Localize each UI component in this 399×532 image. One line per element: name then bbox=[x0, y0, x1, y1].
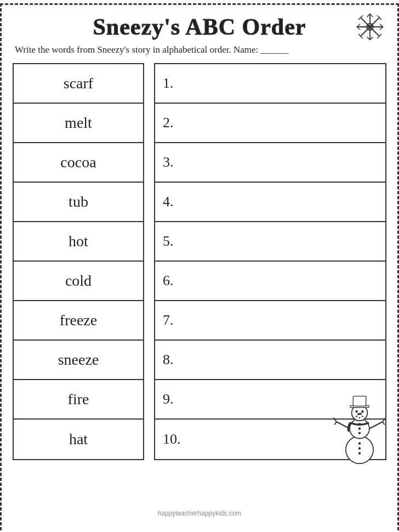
answer-cell-4[interactable]: 4. bbox=[155, 183, 385, 222]
svg-point-23 bbox=[369, 28, 371, 30]
svg-line-16 bbox=[379, 34, 381, 37]
word-cell-8: sneeze bbox=[14, 341, 143, 380]
word-cell-9: fire bbox=[14, 380, 143, 420]
svg-point-36 bbox=[358, 427, 361, 429]
answer-cell-10[interactable]: 10. bbox=[155, 420, 385, 459]
svg-line-14 bbox=[358, 18, 361, 20]
words-column: scarf melt cocoa tub hot cold freeze sne… bbox=[13, 63, 144, 460]
answer-cell-2[interactable]: 2. bbox=[155, 104, 385, 143]
word-cell-4: tub bbox=[14, 183, 143, 222]
answer-number-1: 1. bbox=[163, 75, 174, 92]
svg-line-19 bbox=[358, 34, 361, 37]
svg-point-30 bbox=[361, 410, 363, 412]
answer-number-9: 9. bbox=[163, 391, 174, 408]
answer-cell-7[interactable]: 7. bbox=[155, 301, 385, 341]
answer-cell-8[interactable]: 8. bbox=[155, 341, 385, 380]
svg-point-34 bbox=[362, 416, 363, 417]
word-cell-5: hot bbox=[14, 222, 143, 262]
answer-cell-1[interactable]: 1. bbox=[155, 64, 385, 104]
answer-cell-5[interactable]: 5. bbox=[155, 222, 385, 262]
svg-point-44 bbox=[358, 442, 361, 444]
answer-cell-3[interactable]: 3. bbox=[155, 143, 385, 183]
footer-text: happyteacherhappykids.com bbox=[158, 510, 242, 517]
svg-line-38 bbox=[337, 422, 350, 429]
svg-line-15 bbox=[377, 36, 380, 38]
word-cell-1: scarf bbox=[14, 64, 143, 104]
svg-line-42 bbox=[383, 418, 385, 422]
main-content: scarf melt cocoa tub hot cold freeze sne… bbox=[13, 63, 386, 503]
svg-line-18 bbox=[379, 18, 381, 20]
word-cell-2: melt bbox=[14, 104, 143, 143]
answer-cell-6[interactable]: 6. bbox=[155, 262, 385, 301]
svg-point-22 bbox=[371, 25, 373, 27]
svg-point-33 bbox=[359, 417, 361, 418]
answer-number-3: 3. bbox=[163, 154, 174, 171]
svg-point-24 bbox=[346, 436, 373, 463]
answer-number-2: 2. bbox=[163, 115, 174, 131]
answer-number-7: 7. bbox=[163, 312, 174, 329]
word-cell-10: hat bbox=[14, 420, 143, 459]
snowflake-icon bbox=[354, 10, 386, 43]
svg-point-32 bbox=[356, 416, 357, 417]
svg-point-46 bbox=[358, 452, 361, 454]
svg-line-41 bbox=[369, 422, 383, 429]
svg-point-21 bbox=[368, 25, 369, 27]
answer-number-8: 8. bbox=[163, 352, 174, 368]
svg-line-17 bbox=[377, 15, 380, 18]
word-cell-7: freeze bbox=[14, 301, 143, 341]
answer-number-6: 6. bbox=[163, 273, 174, 289]
title-row: Sneezy's ABC Order bbox=[13, 14, 386, 40]
svg-line-39 bbox=[333, 418, 336, 422]
page-wrapper: Sneezy's ABC Order bbox=[0, 3, 399, 532]
word-cell-6: cold bbox=[14, 262, 143, 301]
svg-point-45 bbox=[358, 447, 361, 449]
answer-number-10: 10. bbox=[163, 431, 181, 448]
svg-point-29 bbox=[355, 410, 357, 412]
answers-column: 1. 2. 3. 4. 5. 6. 7. 8. bbox=[154, 63, 386, 460]
svg-rect-28 bbox=[353, 396, 366, 406]
answer-number-4: 4. bbox=[163, 194, 174, 210]
svg-line-13 bbox=[361, 15, 363, 18]
svg-point-37 bbox=[358, 432, 361, 434]
instructions-text: Write the words from Sneezy's story in a… bbox=[13, 44, 386, 55]
svg-line-20 bbox=[361, 36, 363, 38]
svg-line-40 bbox=[334, 422, 337, 425]
word-cell-3: cocoa bbox=[14, 143, 143, 183]
snowman-icon bbox=[329, 393, 390, 465]
answer-number-5: 5. bbox=[163, 233, 174, 250]
page-title: Sneezy's ABC Order bbox=[93, 14, 306, 40]
svg-line-43 bbox=[383, 422, 385, 425]
